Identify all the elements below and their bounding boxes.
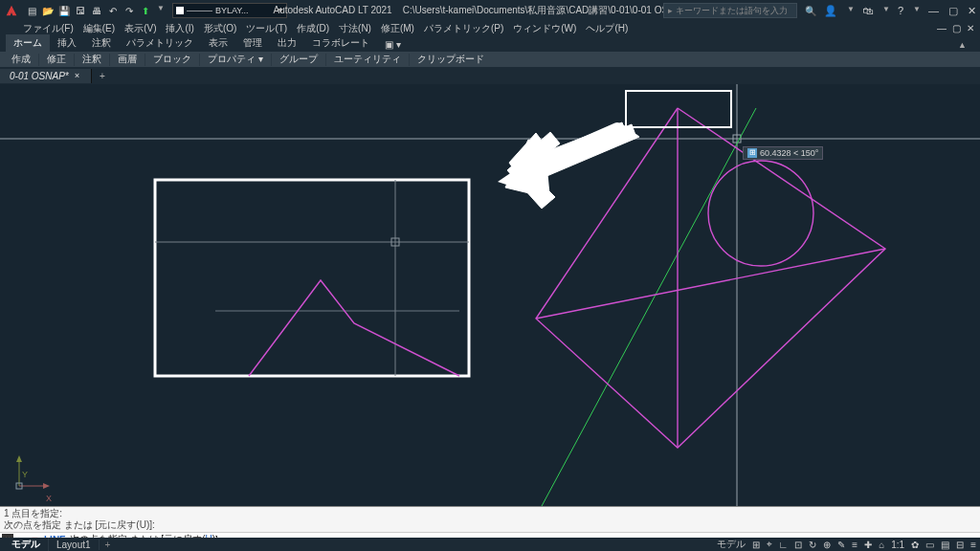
menu-modify[interactable]: 修正(M) <box>381 22 414 35</box>
tab-parametric[interactable]: パラメトリック <box>119 34 201 52</box>
panel-properties[interactable]: プロパティ ▾ <box>200 54 272 66</box>
status-ortho-icon[interactable]: ∟ <box>779 540 789 550</box>
layer-dropdown[interactable]: ——— BYLAY... <box>172 3 287 18</box>
status-ws-icon[interactable]: ▭ <box>925 540 934 550</box>
window-controls: — ▢ ✕ <box>928 5 976 17</box>
menu-format[interactable]: 形式(O) <box>204 22 236 35</box>
tab-annotate[interactable]: 注釈 <box>84 34 119 52</box>
ribbon-collapse-icon[interactable]: ▲ <box>950 38 974 52</box>
status-osnap-icon[interactable]: ⊕ <box>823 540 831 550</box>
doc-tab-add-button[interactable]: + <box>92 71 113 81</box>
menu-view[interactable]: 表示(V) <box>124 22 156 35</box>
doc-minimize-button[interactable]: — <box>937 23 947 33</box>
signin-icon[interactable]: 👤 <box>824 5 837 17</box>
signin-caret-icon[interactable]: ▼ <box>847 5 855 17</box>
status-snap-icon[interactable]: ⌖ <box>767 539 772 550</box>
svg-line-4 <box>536 249 885 319</box>
status-qs-icon[interactable]: ⌂ <box>879 540 884 550</box>
menu-dimension[interactable]: 寸法(N) <box>339 22 371 35</box>
doc-tab-active[interactable]: 0-01 OSNAP* × <box>0 69 92 83</box>
doc-close-button[interactable]: ✕ <box>967 23 974 33</box>
status-monitor-icon[interactable]: ▤ <box>941 540 949 550</box>
panel-draw[interactable]: 作成 <box>4 54 39 66</box>
panel-layers[interactable]: 画層 <box>110 54 145 66</box>
panel-clipboard[interactable]: クリップボード <box>410 54 492 66</box>
search-input[interactable]: ▸ キーワードまたは語句を入力 <box>663 3 797 18</box>
panel-annotation[interactable]: 注釈 <box>75 54 110 66</box>
svg-rect-8 <box>155 180 469 376</box>
menu-insert[interactable]: 挿入(I) <box>166 22 193 35</box>
layer-swatch-icon <box>176 7 184 14</box>
status-iso-icon[interactable]: ↻ <box>809 540 816 550</box>
qat-save-icon[interactable]: 💾 <box>57 4 71 17</box>
status-model-button[interactable]: モデル <box>717 538 746 551</box>
help-icon[interactable]: ? <box>898 5 903 17</box>
status-trans-icon[interactable]: ✚ <box>864 540 872 550</box>
tab-home[interactable]: ホーム <box>6 34 50 52</box>
status-polar-icon[interactable]: ⊡ <box>794 540 802 550</box>
qat-undo-icon[interactable]: ↶ <box>106 4 120 17</box>
ribbon-tabs: ホーム 挿入 注釈 パラメトリック 表示 管理 出力 コラボレート ▣ ▾ ▲ <box>0 36 980 52</box>
layer-caret-icon <box>278 9 283 12</box>
doc-tab-label: 0-01 OSNAP* <box>10 71 69 81</box>
drawing-canvas[interactable]: ⊞ 60.4328 < 150° Y X <box>0 84 980 506</box>
qat-new-icon[interactable]: ▤ <box>25 4 38 17</box>
appstore-caret-icon[interactable]: ▼ <box>882 5 890 17</box>
tab-manage[interactable]: 管理 <box>235 34 270 52</box>
maximize-button[interactable]: ▢ <box>948 5 958 17</box>
panel-modify[interactable]: 修正 <box>39 54 75 66</box>
tab-view[interactable]: 表示 <box>201 34 235 52</box>
tooltip-icon: ⊞ <box>747 148 757 158</box>
tab-output[interactable]: 出力 <box>270 34 304 52</box>
cmd-hist-line-2: 次の点を指定 または [元に戻す(U)]: <box>4 519 976 531</box>
qat-share-icon[interactable]: ⬆ <box>139 4 152 17</box>
ribbon-panels: 作成 修正 注釈 画層 ブロック プロパティ ▾ グループ ユーティリティ クリ… <box>0 52 980 67</box>
layout-tab-add-button[interactable]: + <box>100 540 117 550</box>
help-caret-icon[interactable]: ▼ <box>913 5 921 17</box>
search-icon[interactable]: 🔍 <box>805 6 816 16</box>
doc-maximize-button[interactable]: ▢ <box>952 23 961 33</box>
doc-tab-close-icon[interactable]: × <box>75 71 79 80</box>
layout-tab-layout1[interactable]: Layout1 <box>49 540 100 550</box>
status-anno-icon[interactable]: ✎ <box>837 540 845 550</box>
qat-dropdown-icon[interactable]: ▼ <box>157 4 165 17</box>
status-grid-icon[interactable]: ⊞ <box>752 540 760 550</box>
search-placeholder: キーワードまたは語句を入力 <box>676 5 788 17</box>
menu-window[interactable]: ウィンドウ(W) <box>513 22 576 35</box>
menu-draw[interactable]: 作成(D) <box>297 22 329 35</box>
title-bar: ▤ 📂 💾 🖫 🖶 ↶ ↷ ⬆ ▼ ——— BYLAY... Autodesk … <box>0 0 980 21</box>
menu-file[interactable]: ファイル(F) <box>23 22 74 35</box>
layout-tab-model[interactable]: モデル <box>4 538 49 551</box>
minimize-button[interactable]: — <box>928 5 939 17</box>
svg-marker-20 <box>43 483 50 489</box>
drawing-svg <box>0 84 980 506</box>
tab-collaborate[interactable]: コラボレート <box>304 34 377 52</box>
tab-insert[interactable]: 挿入 <box>50 34 84 52</box>
ucs-y-label: Y <box>22 470 28 479</box>
command-area: 1 点目を指定: 次の点を指定 または [元に戻す(U)]: × ➤ 🔻 LIN… <box>0 506 980 538</box>
qat-open-icon[interactable]: 📂 <box>41 4 55 17</box>
status-lw-icon[interactable]: ≡ <box>852 540 858 550</box>
qat-saveas-icon[interactable]: 🖫 <box>74 4 87 17</box>
tab-addin-icon[interactable]: ▣ ▾ <box>377 37 409 52</box>
panel-block[interactable]: ブロック <box>145 54 200 66</box>
quick-access-toolbar: ▤ 📂 💾 🖫 🖶 ↶ ↷ ⬆ ▼ <box>25 4 165 17</box>
close-button[interactable]: ✕ <box>968 5 976 17</box>
status-gear-icon[interactable]: ✿ <box>911 540 919 550</box>
menu-tools[interactable]: ツール(T) <box>246 22 287 35</box>
qat-print-icon[interactable]: 🖶 <box>90 4 103 17</box>
menu-parametric[interactable]: パラメトリック(P) <box>424 22 503 35</box>
menu-help[interactable]: ヘルプ(H) <box>586 22 628 35</box>
status-right-icons: モデル ⊞ ⌖ ∟ ⊡ ↻ ⊕ ✎ ≡ ✚ ⌂ 1:1 ✿ ▭ ▤ ⊟ ≡ <box>717 538 976 551</box>
svg-line-3 <box>542 108 756 506</box>
status-scale-button[interactable]: 1:1 <box>891 540 904 550</box>
appstore-icon[interactable]: 🛍 <box>862 5 873 17</box>
status-clean-icon[interactable]: ⊟ <box>956 540 964 550</box>
menu-edit[interactable]: 編集(E) <box>83 22 115 35</box>
qat-redo-icon[interactable]: ↷ <box>122 4 136 17</box>
panel-utilities[interactable]: ユーティリティ <box>326 54 410 66</box>
status-custom-icon[interactable]: ≡ <box>970 540 976 550</box>
app-logo[interactable] <box>4 3 19 18</box>
ucs-x-label: X <box>46 494 52 503</box>
panel-groups[interactable]: グループ <box>272 54 326 66</box>
